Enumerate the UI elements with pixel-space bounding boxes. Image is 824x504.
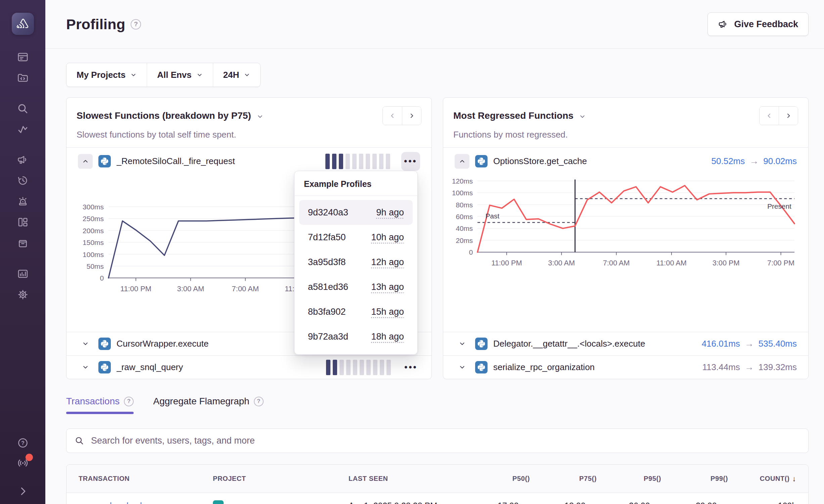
releases-icon[interactable] xyxy=(15,236,30,250)
profile-item[interactable]: a581ed36 13h ago xyxy=(299,274,413,299)
expand-button[interactable] xyxy=(455,337,469,351)
svg-text:Present: Present xyxy=(767,202,791,210)
collapse-button[interactable] xyxy=(78,154,93,169)
slowest-functions-title[interactable]: Slowest Functions (breakdown by P75) xyxy=(77,110,251,121)
chevron-down-icon[interactable] xyxy=(257,113,264,120)
python-icon xyxy=(98,338,111,350)
give-feedback-button[interactable]: Give Feedback xyxy=(707,12,809,36)
spark-bar xyxy=(359,154,363,169)
function-name[interactable]: OptionsStore.get_cache xyxy=(493,156,587,166)
sentry-logo[interactable] xyxy=(12,13,34,35)
transaction-link[interactable]: app.ready._check xyxy=(79,501,144,504)
function-name[interactable]: Delegator.__getattr__.<locals>.execute xyxy=(493,339,645,349)
stats-icon[interactable] xyxy=(15,266,30,281)
last-seen-cell: Apr 1, 2025 9:28:38 PM xyxy=(349,501,473,504)
profile-age[interactable]: 12h ago xyxy=(371,257,404,267)
function-name[interactable]: CursorWrapper.execute xyxy=(117,339,209,349)
col-p99[interactable]: P99() xyxy=(661,475,728,483)
project-cell[interactable]: seer xyxy=(213,500,349,504)
environment-filter-label: All Envs xyxy=(157,70,192,80)
transactions-help-icon[interactable]: ? xyxy=(124,397,134,406)
replays-icon[interactable] xyxy=(15,173,30,188)
next-page-button[interactable] xyxy=(779,107,798,125)
profile-item[interactable]: 7d12fa50 10h ago xyxy=(299,225,413,250)
spark-bar xyxy=(372,154,377,169)
profile-age[interactable]: 15h ago xyxy=(371,307,404,317)
most-regressed-title[interactable]: Most Regressed Functions xyxy=(453,110,574,121)
function-name[interactable]: _raw_snql_query xyxy=(117,362,183,372)
profile-age[interactable]: 13h ago xyxy=(371,282,404,292)
flamegraph-help-icon[interactable]: ? xyxy=(254,397,264,406)
svg-text:200ms: 200ms xyxy=(83,227,104,235)
service-updates-button[interactable] xyxy=(15,456,30,470)
arrow-right-icon xyxy=(745,339,754,349)
profile-age[interactable]: 10h ago xyxy=(371,232,404,243)
svg-text:250ms: 250ms xyxy=(83,215,104,222)
profile-item[interactable]: 8b3fa902 15h ago xyxy=(299,299,413,324)
row-actions-button[interactable]: ••• xyxy=(402,360,420,375)
expand-button[interactable] xyxy=(455,360,469,375)
content: My Projects All Envs 24H Slowest Functio… xyxy=(45,49,824,504)
prev-page-button[interactable] xyxy=(383,107,402,125)
settings-icon[interactable] xyxy=(15,287,30,302)
project-name[interactable]: seer xyxy=(228,501,244,504)
profile-age[interactable]: 18h ago xyxy=(371,332,404,342)
duration-before[interactable]: 50.52ms xyxy=(712,156,745,166)
whats-new-icon[interactable] xyxy=(15,152,30,167)
prev-page-button[interactable] xyxy=(760,107,779,125)
example-profiles-popup: Example Profiles 9d3240a3 9h ago 7d12fa5… xyxy=(294,171,418,355)
projects-icon[interactable] xyxy=(15,70,30,85)
project-filter[interactable]: My Projects xyxy=(66,63,147,87)
profile-item[interactable]: 9b72aa3d 18h ago xyxy=(299,324,413,349)
dashboards-icon[interactable] xyxy=(15,215,30,230)
profile-item[interactable]: 3a95d3f8 12h ago xyxy=(299,250,413,274)
tab-aggregate-flamegraph[interactable]: Aggregate Flamegraph ? xyxy=(153,396,263,414)
tab-transactions[interactable]: Transactions ? xyxy=(66,396,134,414)
duration-before[interactable]: 416.01ms xyxy=(702,339,740,349)
profile-id[interactable]: 9d3240a3 xyxy=(308,207,348,218)
col-transaction[interactable]: TRANSACTION xyxy=(79,475,213,483)
search-nav-icon[interactable] xyxy=(15,101,30,116)
collapse-button[interactable] xyxy=(455,154,469,169)
duration-after[interactable]: 535.40ms xyxy=(759,339,797,349)
expand-button[interactable] xyxy=(78,337,93,351)
profile-id[interactable]: 7d12fa50 xyxy=(308,232,346,243)
profile-id[interactable]: 8b3fa902 xyxy=(308,307,346,317)
svg-text:7:00 PM: 7:00 PM xyxy=(767,259,794,267)
date-range-filter-label: 24H xyxy=(223,70,239,80)
col-p95[interactable]: P95() xyxy=(597,475,661,483)
date-range-filter[interactable]: 24H xyxy=(213,63,261,87)
alerts-icon[interactable] xyxy=(15,194,30,209)
expand-button[interactable] xyxy=(78,360,93,375)
profile-id[interactable]: a581ed36 xyxy=(308,282,348,292)
chevron-down-icon xyxy=(196,72,203,78)
svg-text:7:00 AM: 7:00 AM xyxy=(232,285,259,293)
col-project[interactable]: PROJECT xyxy=(213,475,349,483)
search-input[interactable] xyxy=(90,435,800,446)
help-icon[interactable]: ? xyxy=(15,436,30,450)
col-count[interactable]: COUNT() ↓ xyxy=(728,474,796,483)
profile-item[interactable]: 9d3240a3 9h ago xyxy=(299,200,413,225)
col-p50[interactable]: P50() xyxy=(473,475,530,483)
col-last-seen[interactable]: LAST SEEN xyxy=(349,475,473,483)
environment-filter[interactable]: All Envs xyxy=(147,63,213,87)
spark-bar xyxy=(346,360,351,375)
profile-id[interactable]: 9b72aa3d xyxy=(308,332,348,342)
issues-icon[interactable] xyxy=(15,50,30,64)
traces-icon[interactable] xyxy=(15,122,30,137)
profiling-help-icon[interactable]: ? xyxy=(131,19,141,30)
spark-bar xyxy=(373,360,377,375)
next-page-button[interactable] xyxy=(402,107,421,125)
col-p75[interactable]: P75() xyxy=(530,475,597,483)
seer-project-icon xyxy=(213,500,224,504)
svg-text:?: ? xyxy=(21,440,25,446)
profile-age[interactable]: 9h ago xyxy=(376,207,404,218)
function-name[interactable]: _RemoteSiloCall._fire_request xyxy=(117,156,235,166)
duration-after[interactable]: 90.02ms xyxy=(763,156,797,166)
profile-id[interactable]: 3a95d3f8 xyxy=(308,257,346,267)
sidebar-expand-button[interactable] xyxy=(15,484,30,499)
svg-text:11:00 PM: 11:00 PM xyxy=(491,259,522,267)
chevron-down-icon[interactable] xyxy=(579,113,586,120)
row-actions-button[interactable]: ••• xyxy=(401,152,420,171)
function-name[interactable]: serialize_rpc_organization xyxy=(493,362,595,372)
